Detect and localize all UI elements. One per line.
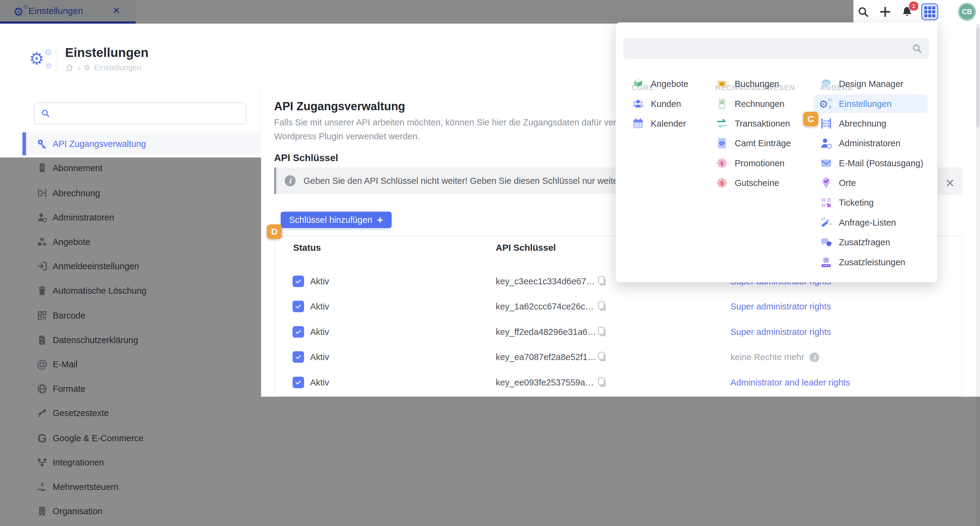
app-item-label: Promotionen: [735, 158, 784, 168]
copy-icon[interactable]: [596, 326, 608, 339]
app-item-label: Kalender: [651, 119, 686, 129]
app-item-label: Ticketing: [839, 198, 874, 208]
sidebar-item-api-zugangsverwaltung[interactable]: API Zugangsverwaltung: [22, 132, 261, 155]
app-item-label: Administratoren: [839, 138, 900, 148]
info-icon[interactable]: i: [810, 353, 819, 362]
status-checkbox[interactable]: [293, 377, 304, 388]
status-label: Aktiv: [310, 352, 329, 362]
app-item-orte[interactable]: Orte: [819, 173, 856, 192]
code-document-icon: [715, 137, 729, 150]
notification-badge: 1: [908, 1, 919, 11]
search-icon[interactable]: [857, 6, 869, 18]
app-item-label: Buchungen: [735, 79, 779, 89]
app-item-label: Rechnungen: [735, 99, 784, 109]
invoice-icon: [715, 97, 729, 111]
app-item-angebote[interactable]: Angebote: [632, 75, 688, 93]
app-item-transaktionen[interactable]: Transaktionen: [715, 114, 790, 133]
app-item-kalender[interactable]: Kalender: [632, 114, 686, 133]
app-item-email-postausgang[interactable]: E-Mail (Postausgang): [819, 154, 923, 173]
app-item-gutscheine[interactable]: $ Gutscheine: [715, 173, 779, 192]
info-icon: i: [285, 175, 296, 186]
status-label: Aktiv: [310, 378, 329, 388]
app-item-label: Kunden: [651, 99, 681, 109]
home-icon[interactable]: [65, 63, 73, 72]
api-key-value: key_ea7087ef2a8e52f1…: [496, 352, 596, 362]
app-item-zusatzleistungen[interactable]: Zusatzleistungen: [819, 253, 905, 272]
app-item-zusatzfragen[interactable]: Zusatzfragen: [819, 233, 890, 252]
app-item-abrechnung[interactable]: Abrechnung: [819, 114, 886, 133]
copy-icon[interactable]: [596, 275, 608, 288]
app-item-kunden[interactable]: Kunden: [632, 94, 681, 113]
rights-link[interactable]: Super administrator rights: [730, 327, 831, 337]
app-item-label: Abrechnung: [839, 119, 886, 129]
add-key-button[interactable]: Schlüssel hinzufügen +: [281, 212, 391, 228]
tour-badge-c[interactable]: C: [803, 112, 818, 126]
table-row: Aktiv key_ea7087ef2a8e52f1… keine Rechte…: [274, 345, 962, 369]
app-item-label: Anfrage-Listen: [839, 218, 896, 228]
conveyor-box-icon: [819, 256, 833, 269]
app-item-label: Transaktionen: [735, 119, 790, 129]
sidebar-search-input[interactable]: [54, 108, 225, 118]
status-checkbox[interactable]: [293, 301, 304, 312]
page-scrollbar-thumb[interactable]: [976, 27, 979, 127]
tour-badge-d[interactable]: D: [267, 224, 282, 239]
rights-link[interactable]: Super administrator rights: [730, 302, 831, 311]
app-item-label: Gutscheine: [735, 178, 779, 188]
avatar[interactable]: CB: [958, 3, 976, 21]
transfer-arrows-icon: [715, 117, 729, 130]
add-key-button-label: Schlüssel hinzufügen: [289, 215, 372, 225]
dim-overlay-sidebar: [0, 157, 261, 526]
app-item-ticketing[interactable]: Ticketing: [819, 193, 874, 212]
table-row: Aktiv key_ff2eda48296e31a6… Super admini…: [274, 320, 962, 343]
sidebar-item-label: API Zugangsverwaltung: [53, 139, 146, 149]
app-item-rechnungen[interactable]: Rechnungen: [715, 94, 784, 113]
table-row: Aktiv key_ee093fe2537559a… Administrator…: [274, 371, 962, 394]
chat-bubbles-icon: [819, 235, 833, 249]
app-item-administratoren[interactable]: Administratoren: [819, 134, 900, 153]
rights-text: keine Rechte mehr: [730, 352, 804, 362]
cube-icon: [632, 77, 645, 91]
app-launcher-search-input[interactable]: [630, 44, 912, 54]
app-item-label: Design Manager: [839, 79, 904, 89]
app-item-buchungen[interactable]: Buchungen: [715, 75, 779, 93]
app-item-promotionen[interactable]: $ Promotionen: [715, 154, 784, 173]
sidebar-search[interactable]: [34, 102, 247, 124]
tour-close-button[interactable]: ✕: [938, 172, 962, 195]
copy-icon[interactable]: [596, 376, 608, 389]
key-icon: [36, 137, 48, 150]
api-key-value: key_c3eec1c334d6e67…: [496, 277, 595, 286]
status-label: Aktiv: [310, 302, 329, 311]
add-icon[interactable]: [879, 6, 891, 18]
close-icon: ✕: [945, 176, 955, 190]
palette-icon: [819, 77, 833, 91]
apps-grid-button[interactable]: [921, 3, 938, 20]
content-title: API Zugangsverwaltung: [274, 100, 405, 113]
rights-link[interactable]: Administrator and leader rights: [730, 378, 850, 388]
status-checkbox[interactable]: [293, 276, 304, 287]
app-item-label: Orte: [839, 178, 856, 188]
api-key-value: key_ff2eda48296e31a6…: [496, 327, 596, 337]
status-checkbox[interactable]: [293, 351, 304, 363]
app-item-camt-eintraege[interactable]: Camt Einträge: [715, 134, 791, 153]
people-icon: [632, 97, 645, 111]
app-item-einstellungen[interactable]: ⚙ ⚙ ⚙ Einstellungen: [814, 94, 928, 113]
voucher-badge-icon: $: [715, 176, 729, 189]
status-checkbox[interactable]: [293, 326, 304, 338]
table-header-api-key: API Schlüssel: [496, 243, 556, 253]
copy-icon[interactable]: [596, 351, 608, 364]
plus-icon: +: [377, 215, 383, 225]
dim-overlay-bottom: [261, 397, 980, 526]
app-item-anfrage-listen[interactable]: Anfrage-Listen: [819, 213, 896, 232]
settings-gear-icon: ⚙: [29, 50, 44, 67]
magic-wand-icon: [819, 216, 833, 229]
app-item-label: Zusatzleistungen: [839, 257, 905, 267]
status-label: Aktiv: [310, 327, 329, 337]
content-description-line2: Wordpress Plugin verwendet werden.: [274, 132, 420, 141]
app-item-label: Angebote: [651, 79, 688, 89]
app-item-design-manager[interactable]: Design Manager: [819, 75, 904, 93]
app-launcher-search[interactable]: [623, 38, 929, 59]
admin-person-icon: [819, 137, 833, 150]
copy-icon[interactable]: [596, 300, 608, 313]
breadcrumb: › ⚙ Einstellungen: [65, 62, 142, 73]
api-key-value: key_1a62ccc674ce26c…: [496, 302, 594, 311]
